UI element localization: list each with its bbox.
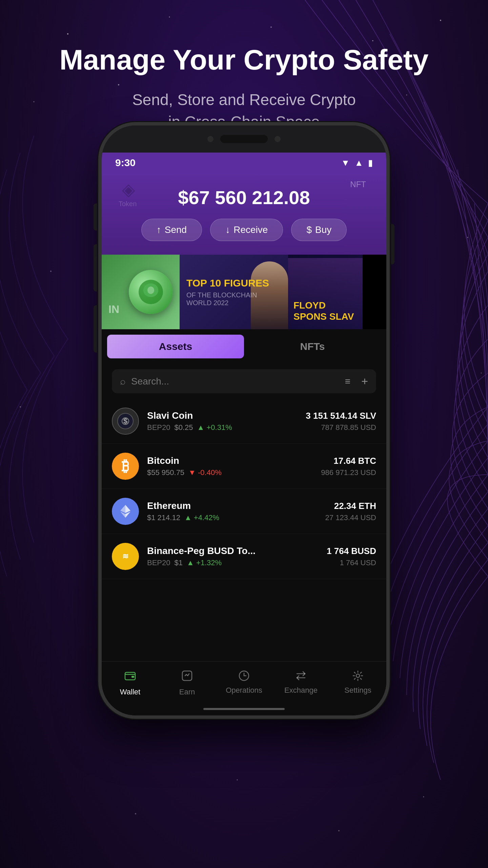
busd-usd: 1 764 USD — [327, 558, 376, 567]
receive-icon: ↓ — [225, 224, 230, 235]
up-arrow-icon-2: ▲ — [184, 513, 192, 522]
phone-screen: 9:30 ▼ ▲ ▮ ◈ NFT Token $67 560 212.08 — [102, 153, 386, 715]
svg-point-11 — [481, 373, 482, 374]
svg-point-10 — [20, 406, 21, 408]
nav-item-exchange[interactable]: Exchange — [272, 667, 329, 699]
filter-icon[interactable]: ≡ — [345, 376, 350, 387]
nav-item-earn[interactable]: Earn — [159, 667, 216, 699]
eth-name: Ethereum — [147, 500, 317, 511]
busd-logo: ≋ — [112, 543, 139, 570]
send-button[interactable]: ↑ Send — [141, 219, 202, 241]
settings-icon-svg — [352, 670, 364, 682]
banner-item-1[interactable]: IN — [102, 255, 180, 329]
phone-power-button — [391, 224, 394, 264]
busd-info: Binance-Peg BUSD To... BEP20 $1 ▲ +1.32% — [147, 546, 319, 567]
btc-change: ▼ -0.40% — [188, 468, 222, 477]
search-bar-container: ⌕ ≡ + — [102, 364, 386, 399]
search-input[interactable] — [131, 376, 340, 387]
slavi-name: Slavi Coin — [147, 410, 298, 421]
wallet-actions: ↑ Send ↓ Receive $ Buy — [115, 219, 373, 241]
btc-price: $55 950.75 — [147, 468, 184, 477]
speaker — [220, 135, 268, 143]
earn-nav-icon — [181, 670, 193, 685]
eth-info: Ethereum $1 214.12 ▲ +4.42% — [147, 500, 317, 522]
asset-item-eth[interactable]: Ethereum $1 214.12 ▲ +4.42% 22.34 ETH 27… — [102, 489, 386, 534]
wallet-header: ◈ NFT Token $67 560 212.08 ↑ Send ↓ Rece… — [102, 173, 386, 255]
hero-title: Manage Your Crypto Safety — [0, 44, 488, 75]
banner-2-title: TOP 10 FIGURES — [186, 277, 281, 289]
eth-price: $1 214.12 — [147, 513, 180, 522]
earn-nav-label: Earn — [179, 688, 195, 696]
slavi-change: ▲ +0.31% — [197, 423, 232, 432]
svg-point-14 — [338, 830, 340, 831]
tab-nfts[interactable]: NFTs — [244, 335, 381, 358]
banner-3-content: FLOYD SPONS SLAV — [293, 300, 357, 322]
asset-item-slavi[interactable]: $ Slavi Coin BEP20 $0.25 ▲ +0.31% — [102, 399, 386, 444]
nav-item-settings[interactable]: Settings — [329, 667, 386, 699]
svg-marker-20 — [125, 505, 130, 513]
busd-chain: BEP20 — [147, 558, 170, 567]
banner-carousel: IN TOP 10 FIGURES OF THE BLOCKCHAIN WORL… — [102, 255, 386, 329]
svg-text:≋: ≋ — [122, 552, 128, 560]
svg-rect-28 — [182, 671, 192, 680]
search-icon: ⌕ — [120, 376, 126, 387]
svg-rect-27 — [131, 676, 134, 678]
nav-item-operations[interactable]: Operations — [216, 667, 272, 699]
send-label: Send — [165, 224, 187, 235]
nav-item-wallet[interactable]: Wallet — [102, 667, 159, 699]
settings-nav-label: Settings — [344, 686, 371, 695]
add-asset-icon[interactable]: + — [361, 375, 368, 388]
eth-logo — [112, 498, 139, 525]
operations-nav-label: Operations — [226, 686, 262, 695]
asset-list: $ Slavi Coin BEP20 $0.25 ▲ +0.31% — [102, 399, 386, 661]
banner-3-title: FLOYD SPONS SLAV — [293, 300, 357, 322]
exchange-nav-icon — [295, 670, 307, 683]
btc-name: Bitcoin — [147, 455, 313, 466]
banner-1-label: IN — [108, 303, 119, 316]
phone-mute-button — [94, 203, 97, 231]
svg-point-30 — [356, 674, 360, 677]
wallet-nav-label: Wallet — [120, 688, 140, 696]
search-input-wrapper: ⌕ ≡ + — [112, 369, 376, 393]
eth-price-row: $1 214.12 ▲ +4.42% — [147, 513, 317, 522]
slavi-logo: $ — [112, 408, 139, 435]
slavi-price-row: BEP20 $0.25 ▲ +0.31% — [147, 423, 298, 432]
svg-point-12 — [135, 813, 136, 814]
eth-usd: 27 123.44 USD — [325, 513, 376, 522]
tab-assets[interactable]: Assets — [107, 335, 244, 358]
banner-item-3[interactable]: FLOYD SPONS SLAV — [288, 255, 363, 329]
up-arrow-icon-3: ▲ — [187, 558, 194, 567]
coin-logo-svg — [137, 278, 164, 305]
nft-label: NFT — [350, 180, 366, 189]
banner-item-2[interactable]: TOP 10 FIGURES OF THE BLOCKCHAIN WORLD 2… — [180, 255, 288, 329]
slavi-amount: 3 151 514.14 SLV — [306, 411, 376, 421]
phone-body: 9:30 ▼ ▲ ▮ ◈ NFT Token $67 560 212.08 — [98, 122, 390, 719]
earn-icon-svg — [181, 670, 193, 682]
btc-info: Bitcoin $55 950.75 ▼ -0.40% — [147, 455, 313, 477]
btc-logo-symbol: ₿ — [122, 458, 129, 475]
busd-price: $1 — [175, 558, 183, 567]
buy-button[interactable]: $ Buy — [291, 219, 347, 241]
svg-point-4 — [440, 20, 441, 21]
btc-balance: 17.64 BTC 986 971.23 USD — [321, 456, 376, 477]
busd-price-row: BEP20 $1 ▲ +1.32% — [147, 558, 319, 567]
receive-button[interactable]: ↓ Receive — [210, 219, 283, 241]
wallet-icon-svg — [124, 670, 136, 682]
status-icons: ▼ ▲ ▮ — [341, 158, 373, 168]
btc-amount: 17.64 BTC — [321, 456, 376, 466]
down-arrow-icon: ▼ — [188, 468, 196, 477]
token-label: Token — [119, 200, 137, 208]
asset-item-busd[interactable]: ≋ Binance-Peg BUSD To... BEP20 $1 ▲ +1.3… — [102, 534, 386, 579]
busd-name: Binance-Peg BUSD To... — [147, 546, 319, 556]
phone-mockup: 9:30 ▼ ▲ ▮ ◈ NFT Token $67 560 212.08 — [98, 122, 390, 719]
svg-point-0 — [67, 33, 68, 35]
settings-nav-icon — [352, 670, 364, 683]
banner-2-subtitle: OF THE BLOCKCHAIN WORLD 2022 — [186, 291, 281, 307]
wifi-icon: ▼ — [341, 158, 350, 168]
camera-right — [274, 136, 281, 142]
banner-1-coin — [129, 270, 173, 314]
btc-usd: 986 971.23 USD — [321, 468, 376, 477]
asset-item-btc[interactable]: ₿ Bitcoin $55 950.75 ▼ -0.40% — [102, 444, 386, 489]
slavi-usd: 787 878.85 USD — [306, 423, 376, 432]
exchange-nav-label: Exchange — [284, 686, 318, 695]
